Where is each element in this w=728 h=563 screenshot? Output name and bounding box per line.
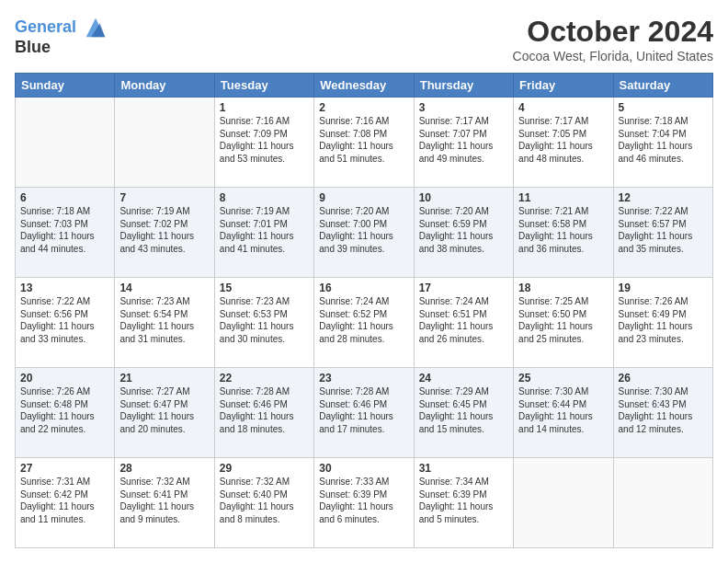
day-number: 10 [419,191,508,204]
calendar-cell: 4Sunrise: 7:17 AMSunset: 7:05 PMDaylight… [514,98,613,188]
logo-icon [83,15,108,40]
weekday-header-row: SundayMondayTuesdayWednesdayThursdayFrid… [16,74,713,98]
calendar-cell: 17Sunrise: 7:24 AMSunset: 6:51 PMDayligh… [414,278,513,368]
calendar-cell [115,98,214,188]
day-info: Sunrise: 7:24 AMSunset: 6:51 PMDaylight:… [419,295,508,345]
calendar-cell: 8Sunrise: 7:19 AMSunset: 7:01 PMDaylight… [214,188,313,278]
calendar-cell [613,458,712,548]
weekday-header-wednesday: Wednesday [314,74,414,98]
week-row-4: 20Sunrise: 7:26 AMSunset: 6:48 PMDayligh… [16,368,713,458]
day-number: 17 [419,282,508,294]
day-info: Sunrise: 7:24 AMSunset: 6:52 PMDaylight:… [319,295,408,345]
week-row-3: 13Sunrise: 7:22 AMSunset: 6:56 PMDayligh… [16,278,713,368]
day-info: Sunrise: 7:28 AMSunset: 6:46 PMDaylight:… [319,385,408,435]
day-info: Sunrise: 7:32 AMSunset: 6:41 PMDaylight:… [119,476,209,525]
day-info: Sunrise: 7:23 AMSunset: 6:53 PMDaylight:… [220,295,309,345]
day-number: 30 [319,462,408,475]
calendar-cell: 16Sunrise: 7:24 AMSunset: 6:52 PMDayligh… [314,278,414,368]
calendar-cell: 27Sunrise: 7:31 AMSunset: 6:42 PMDayligh… [16,458,115,548]
day-info: Sunrise: 7:20 AMSunset: 7:00 PMDaylight:… [319,205,408,255]
day-number: 5 [619,101,708,114]
day-info: Sunrise: 7:34 AMSunset: 6:39 PMDaylight:… [419,476,508,525]
day-number: 8 [220,191,309,204]
calendar-cell: 23Sunrise: 7:28 AMSunset: 6:46 PMDayligh… [314,368,414,458]
calendar-cell: 26Sunrise: 7:30 AMSunset: 6:43 PMDayligh… [613,368,712,458]
day-info: Sunrise: 7:16 AMSunset: 7:08 PMDaylight:… [319,115,408,165]
day-info: Sunrise: 7:28 AMSunset: 6:46 PMDaylight:… [220,385,309,435]
header: General Blue October 2024 Cocoa West, Fl… [15,15,713,63]
day-number: 31 [419,462,508,475]
day-info: Sunrise: 7:17 AMSunset: 7:07 PMDaylight:… [419,115,508,165]
calendar-cell [514,458,613,548]
day-number: 29 [220,462,309,475]
day-info: Sunrise: 7:22 AMSunset: 6:56 PMDaylight:… [20,295,109,345]
calendar-cell: 21Sunrise: 7:27 AMSunset: 6:47 PMDayligh… [115,368,214,458]
day-number: 19 [619,282,708,294]
day-number: 9 [319,191,408,204]
calendar-cell: 30Sunrise: 7:33 AMSunset: 6:39 PMDayligh… [314,458,414,548]
day-info: Sunrise: 7:30 AMSunset: 6:44 PMDaylight:… [518,385,608,435]
main-title: October 2024 [513,15,713,49]
day-number: 11 [518,191,608,204]
weekday-header-thursday: Thursday [414,74,513,98]
day-number: 15 [220,282,309,294]
day-number: 18 [518,282,608,294]
weekday-header-tuesday: Tuesday [214,74,313,98]
day-info: Sunrise: 7:22 AMSunset: 6:57 PMDaylight:… [619,205,708,255]
day-info: Sunrise: 7:19 AMSunset: 7:02 PMDaylight:… [119,205,209,255]
day-number: 24 [419,372,508,385]
calendar-cell: 5Sunrise: 7:18 AMSunset: 7:04 PMDaylight… [613,98,712,188]
day-info: Sunrise: 7:33 AMSunset: 6:39 PMDaylight:… [319,476,408,525]
calendar-cell: 2Sunrise: 7:16 AMSunset: 7:08 PMDaylight… [314,98,414,188]
calendar-cell: 28Sunrise: 7:32 AMSunset: 6:41 PMDayligh… [115,458,214,548]
weekday-header-sunday: Sunday [16,74,115,98]
day-info: Sunrise: 7:29 AMSunset: 6:45 PMDaylight:… [419,385,508,435]
day-info: Sunrise: 7:26 AMSunset: 6:48 PMDaylight:… [20,385,109,435]
day-number: 22 [220,372,309,385]
logo: General Blue [15,15,108,57]
day-info: Sunrise: 7:25 AMSunset: 6:50 PMDaylight:… [518,295,608,345]
day-info: Sunrise: 7:19 AMSunset: 7:01 PMDaylight:… [220,205,309,255]
calendar-cell: 24Sunrise: 7:29 AMSunset: 6:45 PMDayligh… [414,368,513,458]
calendar-cell [16,98,115,188]
calendar-cell: 19Sunrise: 7:26 AMSunset: 6:49 PMDayligh… [613,278,712,368]
day-info: Sunrise: 7:18 AMSunset: 7:03 PMDaylight:… [20,205,109,255]
calendar-cell: 22Sunrise: 7:28 AMSunset: 6:46 PMDayligh… [214,368,313,458]
logo-text: General [15,15,108,40]
calendar-cell: 29Sunrise: 7:32 AMSunset: 6:40 PMDayligh… [214,458,313,548]
week-row-5: 27Sunrise: 7:31 AMSunset: 6:42 PMDayligh… [16,458,713,548]
weekday-header-saturday: Saturday [613,74,712,98]
day-info: Sunrise: 7:23 AMSunset: 6:54 PMDaylight:… [119,295,209,345]
day-number: 6 [20,191,109,204]
day-number: 23 [319,372,408,385]
day-info: Sunrise: 7:30 AMSunset: 6:43 PMDaylight:… [619,385,708,435]
day-info: Sunrise: 7:27 AMSunset: 6:47 PMDaylight:… [119,385,209,435]
day-number: 7 [119,191,209,204]
day-info: Sunrise: 7:26 AMSunset: 6:49 PMDaylight:… [619,295,708,345]
day-number: 21 [119,372,209,385]
day-number: 26 [619,372,708,385]
calendar-cell: 12Sunrise: 7:22 AMSunset: 6:57 PMDayligh… [613,188,712,278]
calendar-cell: 13Sunrise: 7:22 AMSunset: 6:56 PMDayligh… [16,278,115,368]
day-info: Sunrise: 7:32 AMSunset: 6:40 PMDaylight:… [220,476,309,525]
week-row-2: 6Sunrise: 7:18 AMSunset: 7:03 PMDaylight… [16,188,713,278]
day-number: 3 [419,101,508,114]
calendar-cell: 18Sunrise: 7:25 AMSunset: 6:50 PMDayligh… [514,278,613,368]
day-number: 20 [20,372,109,385]
day-number: 1 [220,101,309,114]
calendar-cell: 25Sunrise: 7:30 AMSunset: 6:44 PMDayligh… [514,368,613,458]
day-info: Sunrise: 7:20 AMSunset: 6:59 PMDaylight:… [419,205,508,255]
calendar-cell: 31Sunrise: 7:34 AMSunset: 6:39 PMDayligh… [414,458,513,548]
day-info: Sunrise: 7:18 AMSunset: 7:04 PMDaylight:… [619,115,708,165]
day-info: Sunrise: 7:17 AMSunset: 7:05 PMDaylight:… [518,115,608,165]
day-info: Sunrise: 7:16 AMSunset: 7:09 PMDaylight:… [220,115,309,165]
calendar-cell: 6Sunrise: 7:18 AMSunset: 7:03 PMDaylight… [16,188,115,278]
day-number: 13 [20,282,109,294]
day-number: 4 [518,101,608,114]
subtitle: Cocoa West, Florida, United States [513,49,713,63]
logo-line2: Blue [15,39,108,57]
day-number: 2 [319,101,408,114]
calendar-table: SundayMondayTuesdayWednesdayThursdayFrid… [15,73,713,548]
day-number: 25 [518,372,608,385]
calendar-cell: 7Sunrise: 7:19 AMSunset: 7:02 PMDaylight… [115,188,214,278]
